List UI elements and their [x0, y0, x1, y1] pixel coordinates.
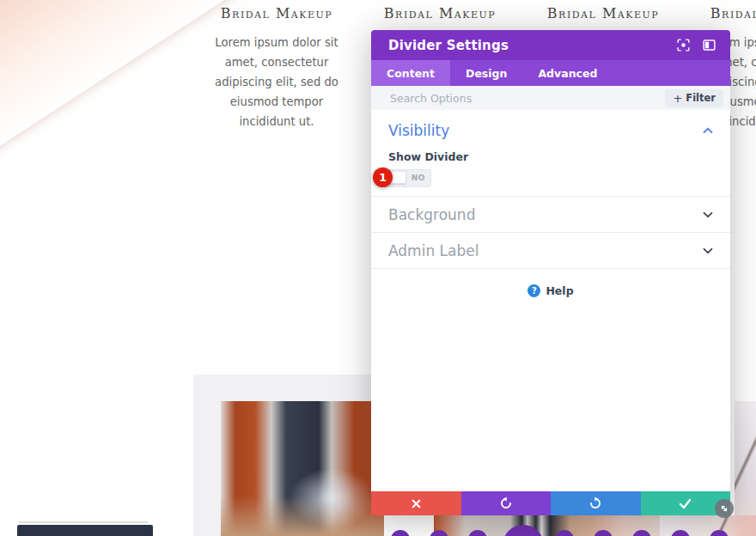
search-options-bar: + Filter: [371, 86, 730, 110]
footer-dark-element: [17, 525, 153, 536]
chevron-down-icon: [703, 211, 713, 218]
tab-label: Content: [387, 67, 435, 80]
modal-action-bar: [371, 491, 730, 515]
help-row: ? Help: [371, 268, 730, 297]
step-badge: 1: [373, 168, 393, 187]
plus-icon: +: [673, 93, 682, 104]
resize-handle[interactable]: [715, 499, 734, 518]
section-background[interactable]: Background: [371, 196, 730, 232]
redo-button[interactable]: [551, 491, 641, 515]
blurb-heading: Bridal Makeup: [521, 5, 685, 21]
tab-label: Design: [466, 67, 507, 80]
section-visibility-header[interactable]: Visibility: [388, 121, 713, 140]
screen: Bridal Makeup Lorem ipsum dolor sit amet…: [0, 0, 756, 536]
close-icon: [411, 498, 422, 509]
blurb-heading: Bridal Makeup: [358, 5, 521, 21]
section-title: Background: [388, 206, 475, 223]
tab-design[interactable]: Design: [450, 60, 522, 86]
blurb-heading: Bridal Makeup: [195, 5, 358, 21]
resize-diagonal-icon: [717, 502, 731, 515]
search-options-input[interactable]: [388, 91, 658, 106]
tab-label: Advanced: [538, 67, 597, 80]
snap-panel-icon[interactable]: [703, 39, 716, 52]
toggle-wrap: 1 NO: [388, 169, 436, 187]
undo-button[interactable]: [461, 491, 552, 515]
undo-icon: [499, 496, 513, 510]
section-visibility: Visibility Show Divider 1 NO: [371, 110, 730, 196]
filter-button-label: Filter: [686, 92, 716, 104]
check-icon: [679, 498, 692, 509]
help-link[interactable]: ? Help: [527, 284, 573, 297]
modal-title: Divider Settings: [388, 38, 664, 53]
modal-body: Visibility Show Divider 1 NO Background: [371, 110, 730, 491]
filter-button[interactable]: + Filter: [665, 89, 723, 107]
help-label: Help: [546, 284, 573, 297]
footer-divider-line: [19, 521, 148, 523]
chevron-down-icon: [703, 247, 713, 254]
blurb-text: Lorem ipsum dolor sit amet, consectetur …: [202, 33, 351, 131]
section-admin-label[interactable]: Admin Label: [371, 232, 730, 268]
chevron-up-icon: [703, 127, 713, 134]
discard-button[interactable]: [371, 491, 461, 515]
question-icon: ?: [527, 284, 540, 297]
expand-modal-icon[interactable]: [677, 39, 690, 52]
section-title: Visibility: [388, 122, 449, 139]
modal-header[interactable]: Divider Settings: [371, 30, 730, 60]
show-divider-label: Show Divider: [388, 150, 713, 163]
blurb-heading: Bridal Makeup: [685, 5, 756, 21]
blurb-column: Bridal Makeup Lorem ipsum dolor sit amet…: [195, 5, 358, 131]
tab-content[interactable]: Content: [371, 60, 450, 86]
toggle-value: NO: [412, 174, 425, 182]
tab-advanced[interactable]: Advanced: [522, 60, 613, 86]
carousel-dot[interactable]: [391, 530, 410, 536]
divider-settings-modal: Divider Settings Content Design: [371, 30, 730, 515]
section-title: Admin Label: [388, 242, 479, 259]
modal-tabs: Content Design Advanced: [371, 60, 730, 86]
redo-icon: [588, 496, 602, 510]
photo-hairspray: [221, 401, 384, 536]
